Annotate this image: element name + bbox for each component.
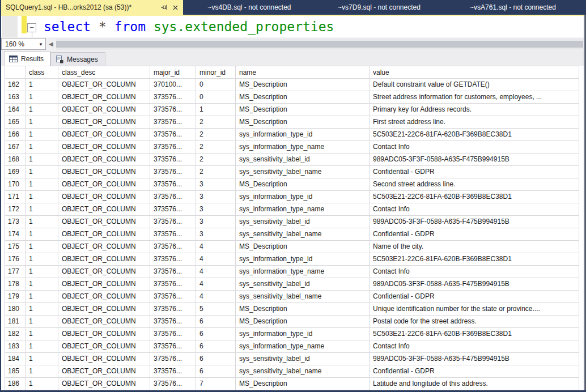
grid-corner-cell[interactable] (5, 66, 26, 79)
grid-cell[interactable]: 1 (26, 278, 58, 291)
grid-cell[interactable]: Contact Info (370, 340, 579, 353)
row-header[interactable]: 171 (5, 191, 26, 203)
grid-cell[interactable]: 373576... (150, 228, 196, 241)
grid-cell[interactable]: 1 (26, 129, 58, 141)
grid-cell[interactable]: 4 (196, 266, 236, 278)
grid-cell[interactable]: OBJECT_OR_COLUMN (58, 328, 150, 340)
tab-results[interactable]: Results (4, 51, 50, 66)
grid-cell[interactable]: sys_information_type_name (236, 340, 370, 353)
grid-cell[interactable]: 1 (26, 365, 58, 378)
grid-cell[interactable]: sys_sensitivity_label_name (236, 365, 370, 378)
grid-cell[interactable]: 373576... (150, 191, 196, 203)
row-header[interactable]: 170 (5, 178, 26, 191)
grid-cell[interactable]: OBJECT_OR_COLUMN (58, 79, 150, 91)
grid-cell[interactable]: 1 (26, 91, 58, 104)
pin-icon[interactable] (160, 3, 168, 11)
column-header[interactable]: minor_id (196, 66, 236, 79)
grid-cell[interactable]: 5C503E21-22C6-81FA-620B-F369B8EC38D1 (370, 328, 579, 340)
grid-cell[interactable]: 989ADC05-3F3F-0588-A635-F475B994915B (370, 278, 579, 291)
row-header[interactable]: 174 (5, 228, 26, 241)
grid-cell[interactable]: 373576... (150, 241, 196, 253)
grid-cell[interactable]: sys_sensitivity_label_id (236, 154, 370, 166)
grid-cell[interactable]: 1 (26, 154, 58, 166)
tab-messages[interactable]: Messages (50, 52, 105, 66)
grid-cell[interactable]: Postal code for the street address. (370, 316, 579, 328)
grid-cell[interactable]: 373576... (150, 340, 196, 353)
grid-cell[interactable]: 373576... (150, 266, 196, 278)
grid-cell[interactable]: 2 (196, 116, 236, 129)
grid-cell[interactable]: sys_sensitivity_label_id (236, 353, 370, 365)
grid-cell[interactable]: 3 (196, 228, 236, 241)
grid-cell[interactable]: OBJECT_OR_COLUMN (58, 378, 150, 390)
grid-cell[interactable]: sys_sensitivity_label_id (236, 278, 370, 291)
close-icon[interactable] (172, 5, 179, 11)
grid-cell[interactable]: 1 (26, 316, 58, 328)
grid-cell[interactable]: 373576... (150, 116, 196, 129)
grid-cell[interactable]: 373576... (150, 154, 196, 166)
grid-cell[interactable]: 373576... (150, 129, 196, 141)
grid-cell[interactable]: MS_Description (236, 378, 370, 390)
grid-cell[interactable]: 5C503E21-22C6-81FA-620B-F369B8EC38D1 (370, 253, 579, 266)
grid-cell[interactable]: OBJECT_OR_COLUMN (58, 116, 150, 129)
grid-cell[interactable]: 1 (26, 303, 58, 316)
grid-cell[interactable]: 1 (26, 166, 58, 178)
grid-cell[interactable]: 373576... (150, 278, 196, 291)
grid-cell[interactable]: 3 (196, 191, 236, 203)
grid-cell[interactable]: 1 (26, 178, 58, 191)
grid-cell[interactable]: 1 (26, 353, 58, 365)
grid-cell[interactable]: 1 (26, 291, 58, 303)
grid-cell[interactable]: Confidential - GDPR (370, 228, 579, 241)
grid-cell[interactable]: MS_Description (236, 178, 370, 191)
horizontal-scrollbar-thumb[interactable] (56, 41, 583, 48)
grid-cell[interactable]: 6 (196, 353, 236, 365)
grid-cell[interactable]: MS_Description (236, 91, 370, 104)
grid-cell[interactable]: OBJECT_OR_COLUMN (58, 253, 150, 266)
tab-vsa761[interactable]: ~vsA761.sql - not connected (445, 0, 581, 15)
grid-cell[interactable]: Unique identification number for the sta… (370, 303, 579, 316)
row-header[interactable]: 172 (5, 203, 26, 216)
grid-cell[interactable]: sys_information_type_id (236, 253, 370, 266)
grid-cell[interactable]: 373576... (150, 353, 196, 365)
grid-cell[interactable]: OBJECT_OR_COLUMN (58, 316, 150, 328)
grid-cell[interactable]: 989ADC05-3F3F-0588-A635-F475B994915B (370, 353, 579, 365)
grid-cell[interactable]: OBJECT_OR_COLUMN (58, 129, 150, 141)
row-header[interactable]: 178 (5, 278, 26, 291)
grid-cell[interactable]: OBJECT_OR_COLUMN (58, 291, 150, 303)
grid-cell[interactable]: 989ADC05-3F3F-0588-A635-F475B994915B (370, 154, 579, 166)
grid-cell[interactable]: First street address line. (370, 116, 579, 129)
grid-cell[interactable]: OBJECT_OR_COLUMN (58, 353, 150, 365)
grid-cell[interactable]: OBJECT_OR_COLUMN (58, 365, 150, 378)
row-header[interactable]: 184 (5, 353, 26, 365)
grid-cell[interactable]: 370100... (150, 79, 196, 91)
grid-cell[interactable]: MS_Description (236, 79, 370, 91)
grid-cell[interactable]: 373576... (150, 303, 196, 316)
grid-cell[interactable]: 1 (26, 328, 58, 340)
column-header[interactable]: class (26, 66, 58, 79)
grid-cell[interactable]: Contact Info (370, 203, 579, 216)
column-header[interactable]: value (370, 66, 579, 79)
grid-cell[interactable]: OBJECT_OR_COLUMN (58, 104, 150, 116)
row-header[interactable]: 186 (5, 378, 26, 390)
row-header[interactable]: 169 (5, 166, 26, 178)
grid-cell[interactable]: 373576... (150, 216, 196, 228)
grid-cell[interactable]: 373576... (150, 166, 196, 178)
grid-cell[interactable]: Street address information for customers… (370, 91, 579, 104)
grid-cell[interactable]: 4 (196, 278, 236, 291)
grid-cell[interactable]: sys_information_type_name (236, 266, 370, 278)
grid-cell[interactable]: Confidential - GDPR (370, 365, 579, 378)
grid-cell[interactable]: 1 (26, 141, 58, 154)
grid-cell[interactable]: Contact Info (370, 141, 579, 154)
grid-cell[interactable]: sys_sensitivity_label_name (236, 228, 370, 241)
grid-cell[interactable]: 373576... (150, 378, 196, 390)
grid-cell[interactable]: MS_Description (236, 303, 370, 316)
grid-cell[interactable]: MS_Description (236, 241, 370, 253)
grid-cell[interactable]: sys_information_type_name (236, 203, 370, 216)
grid-cell[interactable]: 1 (26, 191, 58, 203)
grid-cell[interactable]: 373576... (150, 91, 196, 104)
grid-cell[interactable]: 4 (196, 253, 236, 266)
grid-cell[interactable]: 373576... (150, 316, 196, 328)
grid-cell[interactable]: OBJECT_OR_COLUMN (58, 340, 150, 353)
grid-cell[interactable]: sys_sensitivity_label_name (236, 166, 370, 178)
row-header[interactable]: 175 (5, 241, 26, 253)
tab-sqlquery1[interactable]: SQLQuery1.sql - HB...orks2012 (sa (53))* (1, 0, 183, 15)
